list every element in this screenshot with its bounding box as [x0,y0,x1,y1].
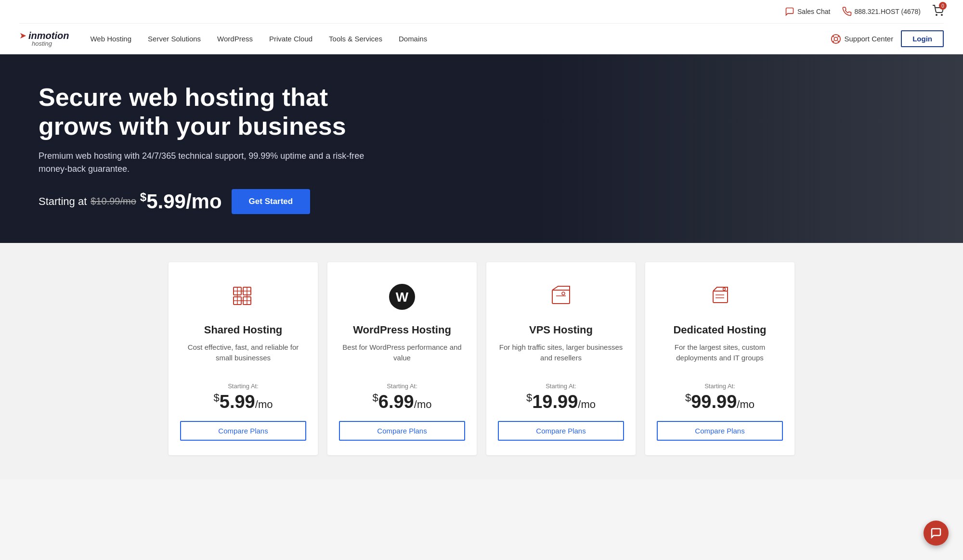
vps-hosting-compare-btn[interactable]: Compare Plans [498,421,624,441]
svg-rect-20 [552,290,570,304]
svg-line-7 [833,40,834,42]
phone-link[interactable]: 888.321.HOST (4678) [842,7,921,16]
svg-rect-24 [713,291,728,303]
cart-badge: 0 [939,2,947,10]
vps-hosting-price: $19.99/mo [526,392,596,412]
vps-hosting-title: VPS Hosting [529,324,593,336]
card-wordpress-hosting: W WordPress Hosting Best for WordPress p… [327,262,477,455]
svg-point-23 [562,292,565,295]
shared-hosting-desc: Cost effective, fast, and reliable for s… [180,342,306,371]
nav-right: Support Center Login [831,30,944,47]
vps-hosting-desc: For high traffic sites, larger businesse… [498,342,624,371]
hero-starting-at: Starting at [39,195,87,208]
dedicated-hosting-compare-btn[interactable]: Compare Plans [657,421,783,441]
wordpress-hosting-desc: Best for WordPress performance and value [339,342,465,371]
hero-content: Secure web hosting that grows with your … [39,83,376,214]
header-topbar: Sales Chat 888.321.HOST (4678) 0 [19,0,944,24]
shared-hosting-icon [226,280,260,314]
svg-line-6 [838,36,839,37]
header: Sales Chat 888.321.HOST (4678) 0 ➤ inmot… [0,0,963,54]
svg-point-1 [941,14,942,15]
nav-item-wordpress[interactable]: WordPress [210,31,260,47]
vps-hosting-starting-label: Starting At: [546,382,576,390]
svg-line-5 [838,40,839,42]
dedicated-hosting-title: Dedicated Hosting [673,324,766,336]
cards-grid: Shared Hosting Cost effective, fast, and… [169,262,794,455]
dedicated-hosting-desc: For the largest sites, custom deployment… [657,342,783,371]
logo-arrow: ➤ [19,31,26,40]
card-vps-hosting: VPS Hosting For high traffic sites, larg… [486,262,636,455]
hero-price-main: 5.99 [146,190,186,213]
shared-hosting-price: $5.99/mo [214,392,273,412]
wordpress-hosting-compare-btn[interactable]: Compare Plans [339,421,465,441]
hero-pricing: Starting at $10.99/mo $5.99/mo Get Start… [39,189,376,214]
wordpress-hosting-title: WordPress Hosting [353,324,451,336]
svg-point-26 [723,288,726,290]
card-dedicated-hosting: Dedicated Hosting For the largest sites,… [645,262,794,455]
support-center-link[interactable]: Support Center [831,34,893,44]
support-center-label: Support Center [844,35,893,43]
header-nav: ➤ inmotion hosting Web Hosting Server So… [19,24,944,54]
hero-section: Secure web hosting that grows with your … [0,54,963,243]
shared-hosting-title: Shared Hosting [204,324,283,336]
nav-item-web-hosting[interactable]: Web Hosting [83,31,138,47]
logo-hosting: hosting [32,40,69,47]
cart-button[interactable]: 0 [932,5,944,18]
hero-price-suffix: /mo [186,190,222,213]
main-nav: Web Hosting Server Solutions WordPress P… [83,31,831,47]
chat-icon [785,7,794,16]
svg-text:W: W [396,290,409,305]
sales-chat-link[interactable]: Sales Chat [785,7,830,16]
shared-hosting-compare-btn[interactable]: Compare Plans [180,421,306,441]
get-started-button[interactable]: Get Started [232,189,311,214]
hero-pricing-text: Starting at $10.99/mo $5.99/mo [39,190,222,213]
logo[interactable]: ➤ inmotion hosting [19,31,69,47]
wordpress-hosting-starting-label: Starting At: [387,382,417,390]
logo-brand: inmotion [28,31,69,40]
dedicated-hosting-price: $99.99/mo [685,392,755,412]
shared-hosting-starting-label: Starting At: [228,382,259,390]
dedicated-hosting-starting-label: Starting At: [704,382,735,390]
svg-line-4 [833,36,834,37]
wordpress-hosting-icon: W [385,280,419,314]
phone-number: 888.321.HOST (4678) [855,8,921,15]
cards-section: Shared Hosting Cost effective, fast, and… [0,243,963,479]
login-button[interactable]: Login [901,30,944,47]
svg-point-0 [936,14,937,15]
nav-item-server-solutions[interactable]: Server Solutions [141,31,208,47]
sales-chat-label: Sales Chat [797,8,830,15]
nav-item-domains[interactable]: Domains [392,31,434,47]
phone-icon [842,7,852,16]
hero-price-sup: $ [140,191,146,204]
dedicated-hosting-icon [703,280,737,314]
nav-item-tools-services[interactable]: Tools & Services [322,31,389,47]
card-shared-hosting: Shared Hosting Cost effective, fast, and… [169,262,318,455]
nav-item-private-cloud[interactable]: Private Cloud [262,31,319,47]
hero-subtitle: Premium web hosting with 24/7/365 techni… [39,150,376,176]
hero-headline: Secure web hosting that grows with your … [39,83,376,141]
svg-point-3 [834,37,838,40]
vps-hosting-icon [544,280,578,314]
wordpress-hosting-price: $6.99/mo [373,392,432,412]
lifesaver-icon [831,34,841,44]
hero-new-price: $5.99/mo [140,190,222,213]
hero-old-price: $10.99/mo [91,196,136,207]
